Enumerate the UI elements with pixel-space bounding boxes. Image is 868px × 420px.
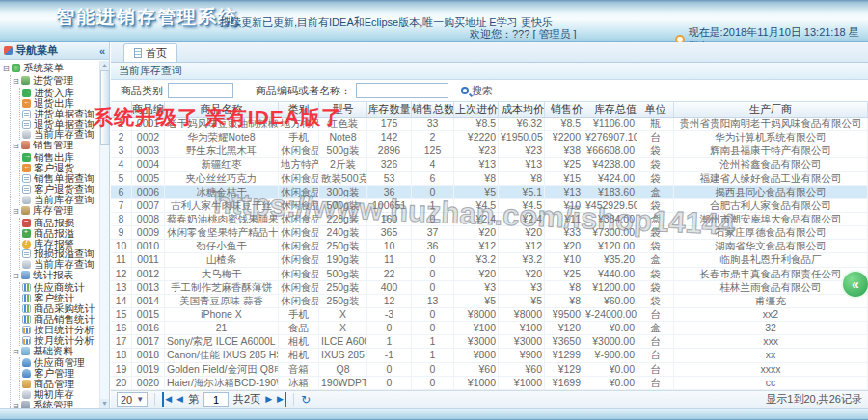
table-row-0012[interactable]: 120012大乌梅干休闲食品500g装220¥20¥20¥25¥440.00袋长…: [111, 268, 868, 281]
category-input[interactable]: [168, 83, 233, 98]
cell: 地方特产: [279, 158, 319, 171]
cell: 0: [412, 213, 454, 225]
cell: ¥1950.05: [499, 131, 545, 144]
cell: 2: [111, 131, 132, 144]
cell: ¥5: [499, 295, 545, 307]
search-bar: 商品类别 商品编码或者名称： 搜索: [111, 80, 868, 101]
table-row-0013[interactable]: 130013手工制作芝麻香酥薄饼休闲食品250g装4000¥3¥3¥8¥1200…: [111, 281, 868, 295]
sidebar-item-label: 进货管理: [33, 74, 73, 86]
scrollbar-thumb[interactable]: [100, 70, 110, 145]
search-button[interactable]: 搜索: [461, 84, 493, 98]
table-row-0016[interactable]: 16001621食品X00¥100¥100¥120¥0.00盒32: [111, 322, 868, 335]
scroll-down-icon[interactable]: ▼: [100, 399, 109, 408]
table-row-0009[interactable]: 90009休闲零食坚果特产精品十米大漠白大个什锦休闲食品240g装36537¥2…: [111, 226, 868, 240]
table-row-0020[interactable]: 200020Haier/海尔冰箱BCD-190WDPT双门电冰箱冰箱190WDP…: [111, 377, 868, 390]
column-header-商品编码[interactable]: 商品编码: [132, 102, 165, 117]
cell: 0: [412, 186, 454, 198]
sidebar-scrollbar[interactable]: ▲ ▼: [99, 61, 109, 408]
cell: ¥4.5: [499, 199, 545, 212]
page-number-input[interactable]: [203, 392, 229, 407]
table-row-0008[interactable]: 80008蔡春奶油桃肉蜜饯果脯果干休闲零食休闲食品228g装1600¥2.4¥2…: [111, 213, 868, 226]
doc-icon: [22, 174, 31, 183]
table-row-0007[interactable]: 70007古利人家牛肉味豆干丝休闲食品500g装1006511¥4.5¥4.5¥…: [111, 199, 868, 213]
table-row-0002[interactable]: 20002华为荣耀Note8手机Note81422¥2220¥1950.05¥2…: [111, 131, 868, 144]
cell: ¥900: [499, 349, 545, 361]
cell: ¥66608.00: [583, 144, 637, 157]
column-header-index[interactable]: [111, 102, 132, 117]
table-row-0011[interactable]: 110011山楂条休闲食品190g装110¥3.2¥3.2¥10¥35.20盒临…: [111, 253, 868, 267]
cell: IXUS 285 HS: [319, 349, 367, 361]
cell: 2896: [367, 144, 412, 157]
table-row-0019[interactable]: 190019Golden Field/金河田 Q8电脑音响台式多媒体音箱Q800…: [111, 363, 868, 377]
sidebar-item-系统管理[interactable]: ⊟系统管理: [13, 400, 99, 408]
table-row-0006[interactable]: 60006冰糖金桔干休闲食品300g装360¥5¥5.1¥13¥183.60盒揭…: [111, 186, 868, 199]
cell: 休闲食品: [279, 144, 319, 157]
cell: 盒: [637, 186, 674, 198]
person-icon: [22, 369, 31, 378]
cell: 4: [412, 158, 454, 171]
cell: X: [319, 308, 367, 321]
expand-toggle-icon[interactable]: ⊟: [13, 348, 21, 358]
keyword-input[interactable]: [356, 83, 448, 98]
expand-toggle-icon[interactable]: ⊟: [13, 402, 21, 408]
cell: 22: [367, 268, 412, 280]
table-row-0001[interactable]: 10001老干妈风味豆豉油制辣椒地方特产红色装17533¥8.5¥6.32¥8.…: [111, 118, 868, 131]
expand-toggle-icon[interactable]: ⊟: [13, 272, 21, 282]
cell: ¥20: [499, 226, 545, 239]
cell: Canon/佳能 IXUS 285 HS 数码相机 2020: [165, 349, 279, 361]
column-header-销售价[interactable]: 销售价: [545, 102, 583, 117]
column-header-单位[interactable]: 单位: [637, 102, 674, 117]
cell: 0013: [132, 281, 165, 294]
doc-icon: [22, 249, 31, 258]
cell: -3: [367, 308, 412, 321]
column-header-库存总值[interactable]: 库存总值: [583, 102, 637, 117]
cell: 音箱: [279, 363, 319, 376]
expand-toggle-icon[interactable]: ⊟: [13, 142, 21, 152]
cell: 142: [367, 131, 412, 144]
table-row-0014[interactable]: 140014美国青豆原味 蒜香休闲食品250g装1213¥5¥5¥8¥60.00…: [111, 295, 868, 308]
table-row-0018[interactable]: 180018Canon/佳能 IXUS 285 HS 数码相机 2020相机IX…: [111, 349, 868, 362]
cell: ¥4238.00: [583, 158, 637, 171]
column-header-销售总数[interactable]: 销售总数: [412, 102, 454, 117]
cell: xx2: [674, 308, 868, 321]
cell: 老干妈风味豆豉油制辣椒: [165, 118, 279, 130]
expand-toggle-icon[interactable]: ⊟: [3, 65, 12, 75]
column-header-成本均价[interactable]: 成本均价: [499, 102, 545, 117]
table-row-0003[interactable]: 30003野生东北黑木耳休闲食品500g装2896125¥23¥23¥38¥66…: [111, 144, 868, 158]
cell: 1: [412, 335, 454, 348]
cell: 台: [637, 308, 674, 321]
tab-home[interactable]: 首页: [123, 43, 177, 62]
page-size-select[interactable]: 20 ▼: [117, 392, 148, 407]
table-row-0017[interactable]: 170017Sony/索尼 ILCE A6000L WIFI微单数码相机相机IL…: [111, 335, 868, 349]
column-header-库存数量[interactable]: 库存数量: [367, 102, 412, 117]
next-page-button[interactable]: ▶: [265, 392, 272, 407]
goods-icon: [22, 380, 31, 388]
table-row-0010[interactable]: 100010劲仔小鱼干休闲食品250g装1036¥12¥12¥20¥120.00…: [111, 240, 868, 253]
expand-toggle-icon[interactable]: ⊟: [13, 77, 21, 88]
table-row-0005[interactable]: 50005夹心丝丝巧克力休闲食品散装500克536¥8¥8¥15¥424.00袋…: [111, 172, 868, 186]
cell: ¥8: [545, 281, 583, 294]
column-header-上次进价[interactable]: 上次进价: [454, 102, 499, 117]
column-header-生产厂商[interactable]: 生产厂商: [674, 102, 868, 117]
table-row-0004[interactable]: 40004新疆红枣地方特产2斤装3264¥13¥13¥25¥4238.00袋沧州…: [111, 158, 868, 171]
cell: ¥-24000.00: [583, 308, 637, 321]
first-page-button[interactable]: ◀: [162, 392, 172, 407]
service-float-button[interactable]: «: [841, 270, 868, 299]
scroll-up-icon[interactable]: ▲: [100, 61, 109, 70]
column-header-商品名称[interactable]: 商品名称: [165, 102, 279, 117]
column-header-类别[interactable]: 类别: [279, 102, 319, 117]
table-row-0015[interactable]: 150015iPhone X手机X-30¥8000¥8000¥9500¥-240…: [111, 308, 868, 322]
refresh-icon[interactable]: ↻: [301, 393, 311, 407]
cell: ¥276907.10: [583, 131, 637, 144]
cell: ¥-900.00: [583, 349, 637, 361]
expand-toggle-icon[interactable]: ⊟: [13, 207, 21, 218]
last-page-button[interactable]: ▶: [277, 392, 286, 407]
column-header-型号[interactable]: 型号: [319, 102, 367, 117]
chevron-down-icon: ▼: [136, 395, 144, 404]
cell: 台: [637, 363, 674, 376]
prev-page-button[interactable]: ◀: [176, 392, 183, 407]
total-pages-label: 共2页: [233, 392, 260, 407]
collapse-sidebar-button[interactable]: «: [99, 45, 105, 57]
cell: 野生东北黑木耳: [165, 144, 279, 157]
folder-system-icon: [21, 401, 30, 408]
